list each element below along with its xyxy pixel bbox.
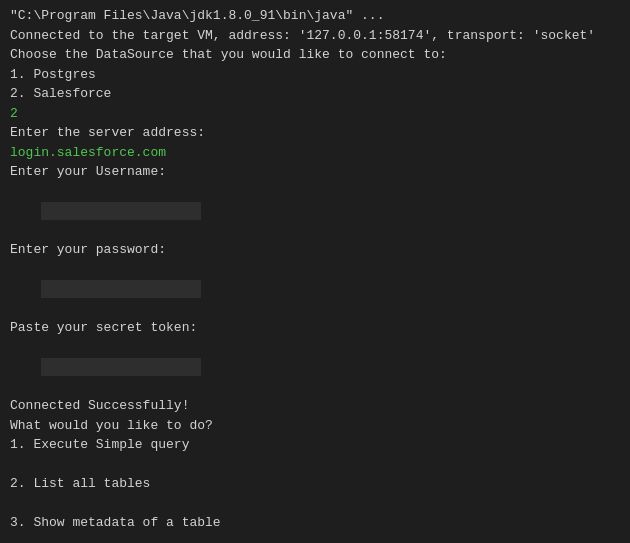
selection1-line: 2 [10,104,620,124]
connected-line: Connected to the target VM, address: '12… [10,26,620,46]
action1-line: 1. Execute Simple query [10,435,620,455]
connected-success-line: Connected Successfully! [10,396,620,416]
option1-line: 1. Postgres [10,65,620,85]
token-input-line [10,338,620,397]
action3-line: 3. Show metadata of a table [10,513,620,533]
terminal-window: "C:\Program Files\Java\jdk1.8.0_91\bin\j… [0,0,630,543]
password-prompt-line: Enter your password: [10,240,620,260]
blank2-line [10,494,620,514]
password-input-line [10,260,620,319]
option2-line: 2. Salesforce [10,84,620,104]
blank1-line [10,455,620,475]
action2-line: 2. List all tables [10,474,620,494]
username-input-line [10,182,620,241]
username-prompt-line: Enter your Username: [10,162,620,182]
username-input-field[interactable] [41,202,201,220]
server-prompt-line: Enter the server address: [10,123,620,143]
blank3-line [10,533,620,544]
what-to-do-line: What would you like to do? [10,416,620,436]
token-prompt-line: Paste your secret token: [10,318,620,338]
password-input-field[interactable] [41,280,201,298]
choose-line: Choose the DataSource that you would lik… [10,45,620,65]
server-value-line: login.salesforce.com [10,143,620,163]
token-input-field[interactable] [41,358,201,376]
title-line: "C:\Program Files\Java\jdk1.8.0_91\bin\j… [10,6,620,26]
